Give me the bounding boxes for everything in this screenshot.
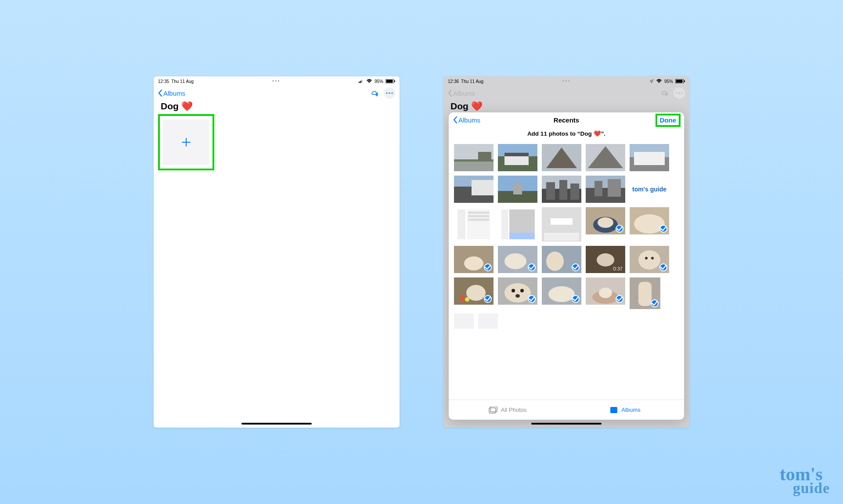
svg-point-68 — [504, 253, 526, 269]
photo-thumbnail[interactable] — [498, 144, 537, 171]
svg-point-75 — [645, 257, 648, 259]
nav-bar: Albums — [443, 85, 689, 99]
svg-point-83 — [512, 289, 515, 292]
selected-check-icon — [572, 295, 580, 303]
status-battery: 95% — [375, 79, 383, 84]
photo-thumbnail[interactable] — [630, 277, 660, 309]
photo-thumbnail[interactable] — [498, 207, 537, 241]
svg-rect-45 — [594, 181, 602, 196]
svg-point-79 — [460, 296, 465, 301]
selected-check-icon — [659, 263, 667, 271]
highlight-box: Done — [656, 114, 681, 127]
selected-check-icon — [659, 225, 667, 233]
svg-point-13 — [666, 94, 668, 96]
svg-point-70 — [546, 252, 564, 271]
svg-rect-52 — [468, 219, 489, 221]
photo-thumbnail[interactable] — [454, 176, 494, 203]
photo-thumbnail[interactable] — [454, 313, 474, 329]
done-button[interactable]: Done — [660, 116, 677, 124]
svg-point-76 — [651, 257, 654, 259]
photo-thumbnail[interactable] — [454, 144, 494, 171]
svg-rect-59 — [544, 233, 579, 241]
shared-library-button[interactable] — [370, 87, 381, 99]
svg-point-7 — [386, 92, 387, 94]
people-cloud-icon — [371, 90, 380, 97]
svg-point-74 — [638, 250, 660, 270]
photo-grid[interactable]: tom's guide 0:37 — [449, 142, 684, 400]
selected-check-icon — [484, 263, 492, 271]
photo-picker-sheet: Albums Recents Done Add 11 photos to “Do… — [449, 112, 684, 420]
video-thumbnail[interactable]: 0:37 — [586, 246, 625, 273]
photo-thumbnail[interactable] — [630, 246, 669, 273]
photo-thumbnail[interactable] — [498, 176, 537, 203]
photo-thumbnail[interactable] — [498, 246, 537, 273]
multitask-dots[interactable]: ••• — [562, 78, 571, 84]
wifi-icon — [366, 79, 372, 83]
photo-thumbnail[interactable] — [542, 277, 581, 305]
people-cloud-icon — [661, 90, 670, 97]
picker-title: Recents — [554, 116, 579, 124]
svg-point-14 — [676, 92, 677, 94]
picker-back-label: Albums — [458, 116, 480, 124]
photo-thumbnail[interactable] — [454, 246, 494, 273]
status-time: 12:36 — [448, 79, 459, 84]
photo-thumbnail[interactable] — [542, 246, 581, 273]
svg-point-9 — [391, 92, 393, 94]
back-button: Albums — [448, 90, 475, 97]
svg-rect-54 — [501, 209, 508, 239]
photo-thumbnail[interactable] — [478, 313, 498, 329]
photo-thumbnail[interactable] — [586, 207, 625, 234]
status-time: 12:35 — [158, 79, 169, 84]
multitask-dots[interactable]: ••• — [272, 78, 281, 84]
more-button — [674, 87, 685, 99]
photo-thumbnail[interactable] — [630, 207, 669, 234]
photo-thumbnail[interactable] — [454, 207, 494, 241]
svg-point-8 — [389, 92, 390, 94]
photo-thumbnail[interactable] — [586, 277, 625, 305]
status-battery: 95% — [664, 79, 673, 84]
svg-rect-19 — [478, 152, 491, 161]
svg-rect-48 — [458, 209, 465, 239]
svg-point-72 — [597, 253, 614, 266]
home-indicator[interactable] — [241, 423, 312, 425]
location-icon — [649, 79, 654, 83]
photo-thumbnail[interactable]: tom's guide — [630, 176, 669, 203]
add-photos-tile[interactable] — [163, 119, 209, 165]
photo-thumbnail[interactable] — [630, 144, 669, 171]
svg-point-87 — [548, 286, 575, 302]
photo-thumbnail[interactable] — [542, 144, 581, 171]
status-bar: 12:36 Thu 11 Aug ••• 95% — [443, 76, 689, 85]
plus-icon — [181, 137, 191, 147]
photo-thumbnail[interactable] — [542, 207, 581, 241]
svg-rect-24 — [504, 153, 529, 156]
more-button[interactable] — [384, 87, 395, 99]
svg-point-62 — [598, 217, 613, 228]
selected-check-icon — [651, 299, 659, 307]
svg-rect-12 — [684, 80, 685, 82]
nav-bar: Albums — [154, 85, 400, 99]
battery-icon — [385, 79, 395, 83]
photo-thumbnail[interactable] — [454, 277, 494, 305]
back-label: Albums — [453, 90, 475, 97]
svg-rect-1 — [360, 81, 361, 83]
svg-point-85 — [515, 294, 520, 298]
picker-back-button[interactable]: Albums — [453, 116, 480, 124]
tab-all-photos[interactable]: All Photos — [449, 400, 566, 420]
svg-point-16 — [681, 92, 682, 94]
photo-thumbnail[interactable] — [498, 277, 537, 305]
photo-thumbnail[interactable] — [542, 176, 581, 203]
back-button[interactable]: Albums — [158, 90, 185, 97]
ellipsis-icon — [386, 92, 393, 94]
album-title: Dog ❤️ — [443, 99, 689, 113]
photo-thumbnail[interactable] — [586, 176, 625, 203]
svg-rect-5 — [394, 80, 395, 82]
wifi-icon — [656, 79, 662, 83]
svg-rect-31 — [634, 152, 665, 165]
back-label: Albums — [163, 90, 185, 97]
ellipsis-icon — [676, 92, 683, 94]
tab-albums[interactable]: Albums — [566, 400, 684, 420]
photo-thumbnail[interactable] — [586, 144, 625, 171]
battery-icon — [675, 79, 685, 83]
home-indicator[interactable] — [531, 423, 602, 425]
selected-check-icon — [528, 295, 536, 303]
